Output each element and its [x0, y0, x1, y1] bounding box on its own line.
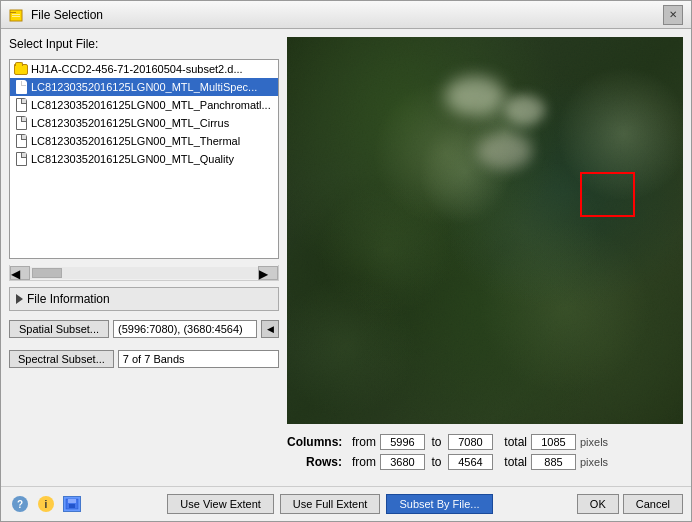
cloud-patch-3: [477, 134, 532, 169]
file-name-4: LC81230352016125LGN00_MTL_Thermal: [31, 135, 240, 147]
save-button[interactable]: [61, 493, 83, 515]
spectral-subset-row: Spectral Subset... 7 of 7 Bands: [9, 347, 279, 371]
file-item-1[interactable]: LC81230352016125LGN00_MTL_MultiSpec...: [10, 78, 278, 96]
cloud-patch-1: [445, 76, 505, 116]
col-pixels-label: pixels: [580, 436, 608, 448]
select-input-label: Select Input File:: [9, 37, 279, 51]
row-to-input[interactable]: [448, 454, 493, 470]
col-total-label: total: [497, 435, 527, 449]
svg-rect-2: [12, 14, 20, 15]
file-info-section: File Information: [9, 287, 279, 311]
file-item-2[interactable]: LC81230352016125LGN00_MTL_Panchromatl...: [10, 96, 278, 114]
svg-rect-1: [10, 12, 16, 13]
col-from-input[interactable]: [380, 434, 425, 450]
svg-rect-3: [12, 16, 20, 17]
scroll-thumb[interactable]: [32, 268, 62, 278]
title-bar: File Selection ✕: [1, 1, 691, 29]
file-tree[interactable]: HJ1A-CCD2-456-71-20160504-subset2.d... L…: [9, 59, 279, 259]
coords-section: Columns: from to total pixels Rows: from…: [287, 430, 683, 478]
expand-icon: [16, 294, 23, 304]
info-icon: i: [38, 496, 54, 512]
row-pixels-label: pixels: [580, 456, 608, 468]
left-panel: Select Input File: HJ1A-CCD2-456-71-2016…: [9, 37, 279, 478]
columns-row: Columns: from to total pixels: [287, 434, 683, 450]
rows-label: Rows:: [287, 455, 342, 469]
svg-rect-0: [10, 10, 22, 21]
file-item-0[interactable]: HJ1A-CCD2-456-71-20160504-subset2.d...: [10, 60, 278, 78]
col-to-label: to: [429, 435, 444, 449]
file-info-header[interactable]: File Information: [10, 288, 278, 310]
close-button[interactable]: ✕: [663, 5, 683, 25]
file-name-2: LC81230352016125LGN00_MTL_Panchromatl...: [31, 99, 271, 111]
bottom-left: ? i: [9, 493, 83, 515]
file-name-1: LC81230352016125LGN00_MTL_MultiSpec...: [31, 81, 257, 93]
scroll-track[interactable]: [30, 267, 258, 279]
folder-icon-0: [14, 62, 28, 76]
info-button[interactable]: i: [35, 493, 57, 515]
main-content: Select Input File: HJ1A-CCD2-456-71-2016…: [1, 29, 691, 486]
scroll-left-btn[interactable]: ◀: [10, 266, 30, 280]
use-view-extent-button[interactable]: Use View Extent: [167, 494, 274, 514]
subset-by-file-button[interactable]: Subset By File...: [386, 494, 492, 514]
cancel-button[interactable]: Cancel: [623, 494, 683, 514]
bottom-content: ? i Use View Extent Us: [9, 493, 683, 515]
ok-button[interactable]: OK: [577, 494, 619, 514]
spatial-subset-arrow[interactable]: ◀: [261, 320, 279, 338]
file-item-4[interactable]: LC81230352016125LGN00_MTL_Thermal: [10, 132, 278, 150]
file-icon-5: [14, 152, 28, 166]
image-preview: [287, 37, 683, 424]
svg-rect-6: [68, 499, 76, 503]
svg-rect-7: [69, 504, 75, 508]
file-icon-3: [14, 116, 28, 130]
row-to-label: to: [429, 455, 444, 469]
columns-label: Columns:: [287, 435, 342, 449]
file-selection-title-icon: [9, 7, 25, 23]
file-item-3[interactable]: LC81230352016125LGN00_MTL_Cirrus: [10, 114, 278, 132]
save-icon: [63, 496, 81, 512]
spectral-subset-value: 7 of 7 Bands: [118, 350, 279, 368]
bottom-center-buttons: Use View Extent Use Full Extent Subset B…: [167, 494, 492, 514]
file-icon-2: [14, 98, 28, 112]
help-button[interactable]: ?: [9, 493, 31, 515]
window-title: File Selection: [31, 8, 103, 22]
spatial-subset-row: Spatial Subset... (5996:7080), (3680:456…: [9, 317, 279, 341]
cloud-patch-2: [505, 95, 545, 125]
help-icon: ?: [12, 496, 28, 512]
bottom-right-buttons: OK Cancel: [577, 494, 683, 514]
file-name-0: HJ1A-CCD2-456-71-20160504-subset2.d...: [31, 63, 243, 75]
file-name-3: LC81230352016125LGN00_MTL_Cirrus: [31, 117, 229, 129]
bottom-bar: ? i Use View Extent Us: [1, 486, 691, 521]
use-full-extent-button[interactable]: Use Full Extent: [280, 494, 381, 514]
scroll-right-btn[interactable]: ▶: [258, 266, 278, 280]
title-bar-left: File Selection: [9, 7, 103, 23]
row-from-label: from: [346, 455, 376, 469]
file-icon-1: [14, 80, 28, 94]
file-info-label: File Information: [27, 292, 110, 306]
row-total-input[interactable]: [531, 454, 576, 470]
rows-row: Rows: from to total pixels: [287, 454, 683, 470]
col-total-input[interactable]: [531, 434, 576, 450]
row-total-label: total: [497, 455, 527, 469]
col-to-input[interactable]: [448, 434, 493, 450]
spatial-subset-button[interactable]: Spatial Subset...: [9, 320, 109, 338]
file-item-5[interactable]: LC81230352016125LGN00_MTL_Quality: [10, 150, 278, 168]
right-panel: Columns: from to total pixels Rows: from…: [287, 37, 683, 478]
file-selection-window: File Selection ✕ Select Input File: HJ1A…: [0, 0, 692, 522]
file-icon-4: [14, 134, 28, 148]
row-from-input[interactable]: [380, 454, 425, 470]
file-name-5: LC81230352016125LGN00_MTL_Quality: [31, 153, 234, 165]
spatial-subset-value: (5996:7080), (3680:4564): [113, 320, 257, 338]
col-from-label: from: [346, 435, 376, 449]
spectral-subset-button[interactable]: Spectral Subset...: [9, 350, 114, 368]
horizontal-scrollbar[interactable]: ◀ ▶: [9, 265, 279, 281]
satellite-bg: [287, 37, 683, 424]
